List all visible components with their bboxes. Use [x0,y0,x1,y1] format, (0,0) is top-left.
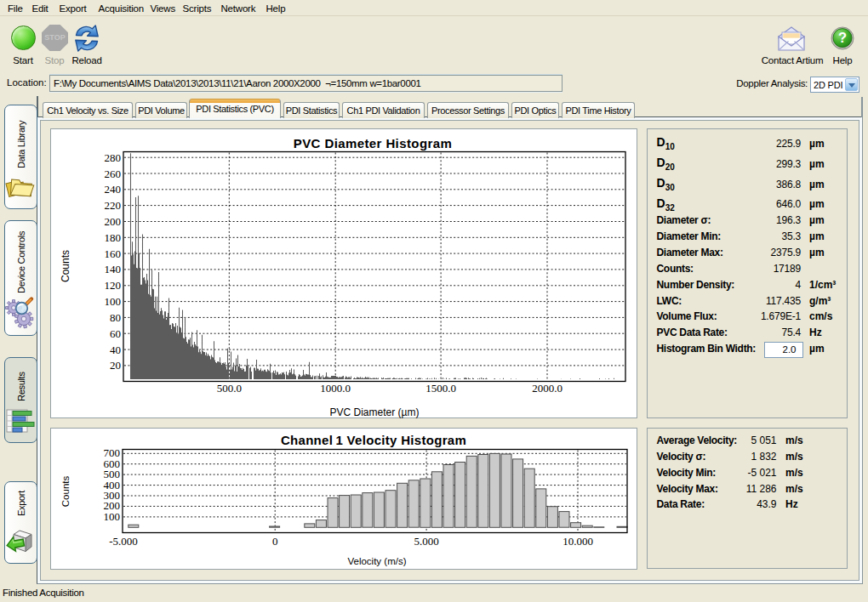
svg-text:0: 0 [272,535,278,548]
svg-text:220: 220 [105,199,122,212]
svg-text:100: 100 [105,295,122,308]
svg-text:60: 60 [110,327,121,340]
svg-text:-5.000: -5.000 [109,535,138,548]
svg-text:5.000: 5.000 [414,535,438,548]
svg-text:140: 140 [105,263,122,275]
svg-text:PVC Diameter (µm): PVC Diameter (µm) [330,406,420,418]
svg-text:Counts: Counts [60,250,71,282]
svg-text:10.000: 10.000 [562,535,593,548]
svg-text:PVC Diameter Histogram: PVC Diameter Histogram [294,136,452,150]
svg-text:2000.0: 2000.0 [532,382,562,395]
svg-text:1500.0: 1500.0 [425,382,456,395]
svg-text:180: 180 [105,231,122,244]
svg-text:80: 80 [110,311,121,324]
svg-text:Velocity (m/s): Velocity (m/s) [347,556,406,566]
svg-text:?: ? [838,30,847,45]
svg-text:160: 160 [105,247,122,260]
svg-text:20: 20 [110,359,121,372]
svg-text:Channel 1 Velocity Histogram: Channel 1 Velocity Histogram [281,433,466,447]
svg-text:700: 700 [104,446,121,459]
svg-text:120: 120 [105,279,122,292]
svg-text:40: 40 [110,344,121,356]
svg-text:1000.0: 1000.0 [320,382,351,395]
svg-text:500.0: 500.0 [217,382,242,395]
svg-text:240: 240 [105,183,122,196]
svg-text:280: 280 [105,151,122,164]
svg-text:200: 200 [105,215,122,228]
svg-text:260: 260 [105,168,122,180]
svg-text:Counts: Counts [60,476,71,508]
